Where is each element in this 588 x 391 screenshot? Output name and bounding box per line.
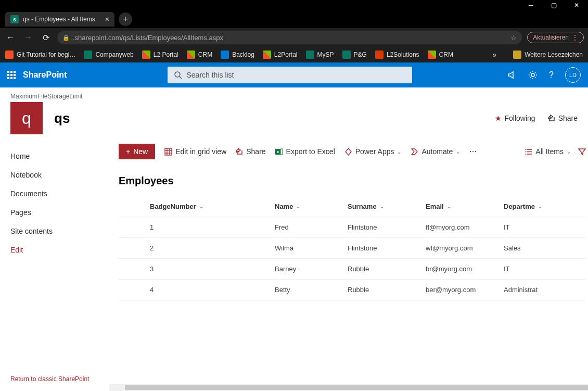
svg-line-1 — [180, 77, 182, 79]
view-selector[interactable]: All Items ⌄ — [525, 147, 571, 156]
following-button[interactable]: ★ Following — [495, 114, 535, 122]
cell-name: Betty — [275, 286, 348, 294]
bookmark-label: L2Solutions — [387, 51, 419, 58]
export-excel-button[interactable]: x Export to Excel — [275, 147, 335, 156]
bookmark-icon — [375, 51, 384, 59]
tab-title: qs - Employees - All Items — [23, 16, 101, 23]
forward-button[interactable]: → — [22, 33, 34, 42]
bookmark-item[interactable]: Backlog — [221, 51, 254, 59]
cell-email: br@myorg.com — [426, 265, 504, 273]
new-button[interactable]: + New — [119, 144, 155, 159]
chevron-down-icon: ⌄ — [380, 204, 384, 209]
cell-dept: IT — [504, 265, 556, 273]
bookmark-item[interactable]: CRM — [187, 51, 212, 59]
cell-email: wf@myorg.com — [426, 244, 504, 252]
filter-button[interactable] — [578, 148, 586, 156]
site-logo[interactable]: q — [10, 102, 43, 134]
nav-item[interactable]: Pages — [10, 203, 109, 222]
automate-button[interactable]: Automate ⌄ — [411, 147, 460, 156]
scrollbar-thumb[interactable] — [125, 385, 588, 390]
cell-name: Fred — [275, 223, 348, 231]
nav-edit[interactable]: Edit — [10, 241, 109, 259]
megaphone-icon[interactable] — [507, 70, 517, 80]
bookmark-star-icon[interactable]: ☆ — [510, 34, 517, 42]
bookmark-item[interactable]: L2Solutions — [375, 51, 419, 59]
column-header[interactable]: Name⌄ — [275, 203, 348, 210]
bookmark-item[interactable]: MySP — [306, 51, 334, 59]
nav-item[interactable]: Notebook — [10, 166, 109, 184]
help-icon[interactable]: ? — [549, 70, 554, 80]
column-header[interactable]: BadgeNumber⌄ — [119, 203, 275, 210]
site-preheader: MaximumFileStorageLimit — [10, 93, 578, 100]
back-button[interactable]: ← — [4, 33, 17, 42]
window-close[interactable]: ✕ — [565, 0, 588, 10]
avatar[interactable]: LD — [565, 67, 581, 83]
table-header: BadgeNumber⌄Name⌄Surname⌄Email⌄Departme⌄ — [119, 198, 586, 217]
svg-point-2 — [531, 73, 534, 77]
table-row[interactable]: 3 Barney Rubble br@myorg.com IT — [119, 258, 586, 279]
address-bar[interactable]: 🔒 .sharepoint.com/qs/Lists/Employees/All… — [57, 31, 522, 44]
update-button[interactable]: Aktualisieren ⋮ — [527, 32, 584, 43]
app-launcher-icon[interactable] — [7, 71, 16, 79]
site-name[interactable]: qs — [54, 110, 70, 127]
list-icon — [525, 148, 532, 156]
bookmark-item[interactable]: CRM — [428, 51, 453, 59]
bookmark-label: P&G — [354, 51, 367, 58]
chevron-down-icon: ⌄ — [296, 204, 300, 209]
folder-icon — [513, 51, 521, 59]
new-tab-button[interactable]: + — [119, 12, 132, 26]
chevron-down-icon: ⌄ — [397, 149, 401, 155]
edit-grid-button[interactable]: Edit in grid view — [164, 147, 226, 156]
share-site-button[interactable]: Share — [548, 114, 578, 122]
automate-icon — [411, 148, 418, 156]
chevron-down-icon: ⌄ — [447, 204, 451, 209]
cell-badge: 4 — [119, 286, 275, 294]
reload-button[interactable]: ⟳ — [40, 33, 52, 43]
excel-icon: x — [275, 148, 283, 156]
column-header[interactable]: Email⌄ — [426, 203, 504, 210]
sharepoint-header: SharePoint Search this list ? LD — [0, 62, 588, 87]
bookmark-icon — [306, 51, 314, 59]
share-icon — [548, 115, 555, 122]
bookmark-item[interactable]: L2Portal — [263, 51, 298, 59]
column-header[interactable]: Surname⌄ — [348, 203, 426, 210]
bookmark-icon — [187, 51, 195, 59]
app-name[interactable]: SharePoint — [23, 70, 67, 80]
share-button[interactable]: Share — [236, 147, 265, 156]
window-maximize[interactable]: ▢ — [542, 0, 565, 10]
cell-name: Barney — [275, 265, 348, 273]
main-content: + New Edit in grid view Share x Export t — [109, 137, 588, 389]
bookmark-label: Backlog — [232, 51, 254, 58]
bookmark-item[interactable]: Companyweb — [84, 51, 133, 59]
table-row[interactable]: 2 Wilma Flintstone wf@myorg.com Sales — [119, 237, 586, 258]
bookmark-item[interactable]: P&G — [342, 51, 367, 59]
column-header[interactable]: Departme⌄ — [504, 203, 556, 210]
cell-badge: 3 — [119, 265, 275, 273]
cell-surname: Flintstone — [348, 244, 426, 252]
bookmarks-overflow-icon[interactable]: » — [492, 51, 496, 59]
browser-tab[interactable]: s qs - Employees - All Items × — [5, 12, 114, 27]
command-bar: + New Edit in grid view Share x Export t — [119, 144, 586, 159]
classic-link[interactable]: Return to classic SharePoint — [10, 375, 109, 389]
window-minimize[interactable]: ─ — [519, 0, 542, 10]
table-row[interactable]: 1 Fred Flintstone ff@myorg.com IT — [119, 217, 586, 237]
settings-icon[interactable] — [528, 70, 538, 80]
power-apps-icon — [344, 148, 352, 156]
search-input[interactable]: Search this list — [168, 67, 412, 83]
bookmark-label: MySP — [317, 51, 334, 58]
nav-item[interactable]: Documents — [10, 184, 109, 203]
svg-rect-10 — [280, 149, 283, 155]
horizontal-scrollbar[interactable] — [109, 384, 588, 391]
power-apps-button[interactable]: Power Apps ⌄ — [344, 147, 402, 156]
more-actions-button[interactable]: ⋯ — [469, 147, 477, 156]
bookmark-item[interactable]: L2 Portal — [142, 51, 178, 59]
table-row[interactable]: 4 Betty Rubble ber@myorg.com Administrat — [119, 279, 586, 300]
nav-item[interactable]: Site contents — [10, 222, 109, 241]
cell-badge: 1 — [119, 223, 275, 231]
bookmark-icon — [84, 51, 92, 59]
more-bookmarks[interactable]: Weitere Lesezeichen — [513, 51, 583, 59]
nav-item[interactable]: Home — [10, 147, 109, 166]
close-icon[interactable]: × — [105, 15, 109, 23]
bookmark-item[interactable]: Git Tutorial for begi… — [5, 51, 75, 59]
lock-icon: 🔒 — [62, 34, 70, 41]
